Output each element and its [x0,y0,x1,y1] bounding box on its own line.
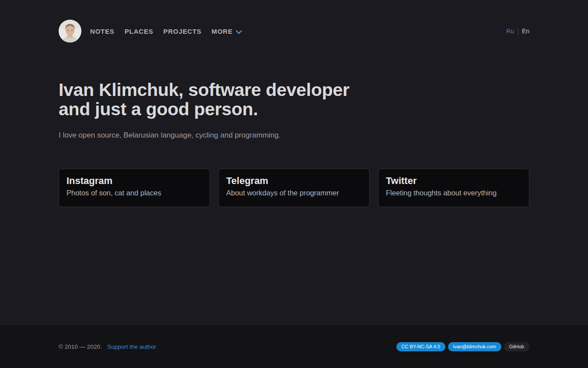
card-title: Instagram [66,175,202,187]
profile-photo-icon [59,20,81,42]
card-title: Telegram [226,175,362,187]
chevron-down-icon [236,28,242,35]
card-description: Fleeting thoughts about everything [386,189,522,197]
nav-links: Notes Places Projects More [90,27,242,35]
card-instagram[interactable]: Instagram Photos of son, cat and places [59,169,210,207]
copyright-text: © 2010 — 2020. [59,343,102,350]
license-badge[interactable]: CC BY-NC-SA 4.0 [396,342,445,351]
email-badge[interactable]: ivan@klimchuk.com [448,342,501,351]
lang-en: En [522,28,529,35]
nav-item-notes[interactable]: Notes [90,28,115,35]
nav-item-more[interactable]: More [212,27,242,35]
nav-item-more-label: More [212,28,233,35]
nav-item-projects[interactable]: Projects [163,28,201,35]
card-title: Twitter [386,175,522,187]
card-telegram[interactable]: Telegram About workdays of the programme… [218,169,370,207]
language-switcher: Ru | En [506,28,529,35]
lang-divider: | [517,28,519,35]
social-cards: Instagram Photos of son, cat and places … [59,169,529,207]
card-description: Photos of son, cat and places [66,189,202,197]
card-twitter[interactable]: Twitter Fleeting thoughts about everythi… [378,169,529,207]
footer-badges: CC BY-NC-SA 4.0 ivan@klimchuk.com GitHub [396,342,529,351]
footer: © 2010 — 2020. Support the author CC BY-… [0,325,588,368]
avatar[interactable] [59,20,81,42]
github-badge[interactable]: GitHub [504,342,529,351]
page-title: Ivan Klimchuk, software developer and ju… [59,80,365,119]
top-nav: Notes Places Projects More Ru | En [59,0,529,42]
card-description: About workdays of the programmer [226,189,362,197]
hero-subtitle: I love open source, Belarusian language,… [59,131,529,140]
footer-left: © 2010 — 2020. Support the author [59,343,156,350]
main-content: Notes Places Projects More Ru | En Iv [0,0,588,325]
support-author-link[interactable]: Support the author [107,343,156,350]
lang-ru[interactable]: Ru [506,28,514,35]
nav-item-places[interactable]: Places [125,28,154,35]
